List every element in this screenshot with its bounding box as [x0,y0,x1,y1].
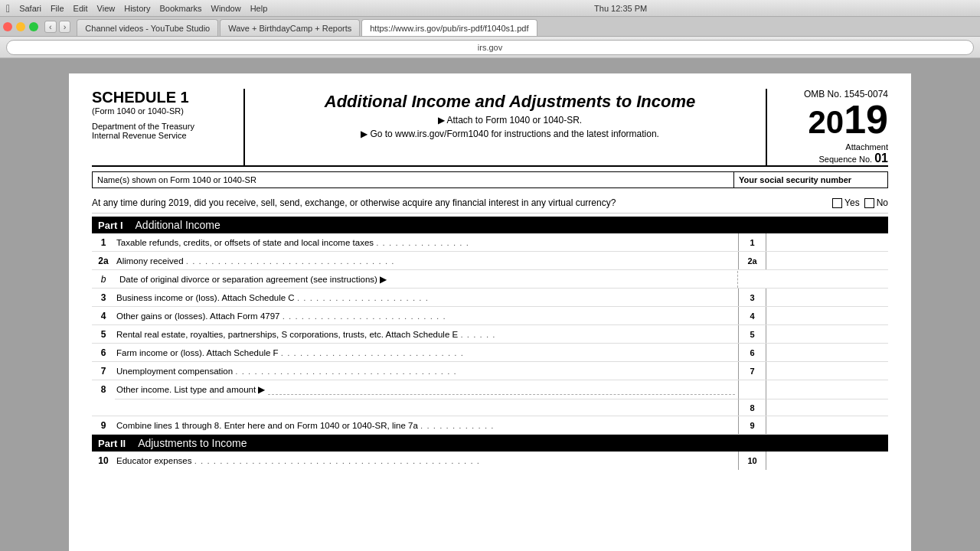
tab-bar: ‹ › Channel videos - YouTube Studio Wave… [0,17,980,37]
department-label: Department of the Treasury [92,122,234,131]
part1-header: Part I Additional Income [92,217,888,233]
table-row: 1 Taxable refunds, credits, or offsets o… [92,233,888,252]
line-reference: 9 [738,416,766,434]
line-reference: 10 [738,452,766,470]
menu-safari[interactable]: Safari [19,4,41,13]
forward-button[interactable]: › [59,21,71,33]
amount-box-empty [766,380,888,399]
amount-box [766,362,888,380]
row-description: Taxable refunds, credits, or offsets of … [115,233,738,251]
ssn-field: Your social security number [734,172,887,187]
schedule-title: SCHEDULE 1 [92,89,234,106]
tab-irs[interactable]: https://www.irs.gov/pub/irs-pdf/f1040s1.… [361,19,537,36]
header-center: Additional Income and Adjustments to Inc… [254,89,766,165]
amount-box [766,289,888,306]
close-button[interactable] [3,22,12,31]
row-description: Other gains or (losses). Attach Form 479… [115,307,738,324]
menu-left:  Safari File Edit View History Bookmark… [6,2,267,15]
no-label: No [877,197,888,208]
table-row: 7 Unemployment compensation . . . . . . … [92,362,888,380]
amount-box [766,325,888,343]
attach-line2: ▶ Go to www.irs.gov/Form1040 for instruc… [254,129,766,139]
vc-question-text: At any time during 2019, did you receive… [92,197,832,208]
menu-view[interactable]: View [97,4,116,13]
line-reference-empty [738,380,766,399]
attach-line1: ▶ Attach to Form 1040 or 1040-SR. [254,115,766,126]
name-ssn-row: Name(s) shown on Form 1040 or 1040-SR Yo… [92,171,888,188]
back-button[interactable]: ‹ [44,21,57,33]
table-row: b Date of original divorce or separation… [92,270,888,289]
amount-box [766,344,888,361]
apple-menu[interactable]:  [6,2,10,15]
amount-box [766,307,888,324]
form-header: SCHEDULE 1 (Form 1040 or 1040-SR) Depart… [92,89,888,167]
yes-label: Yes [844,197,860,208]
row-description: Rental real estate, royalties, partnersh… [115,325,738,343]
table-row: 8 Other income. List type and amount ▶ 8 [92,380,888,416]
table-row: 9 Combine lines 1 through 8. Enter here … [92,416,888,435]
yes-checkbox-item: Yes [832,197,860,208]
table-row: 4 Other gains or (losses). Attach Form 4… [92,307,888,325]
amount-box [766,399,888,416]
no-checkbox-item: No [864,197,888,208]
main-title: Additional Income and Adjustments to Inc… [254,92,766,112]
row-number: 4 [92,307,115,324]
line-reference: 1 [738,233,766,251]
line-reference: 2a [738,252,766,269]
minimize-button[interactable] [16,22,25,31]
row-description: Date of original divorce or separation a… [115,271,738,288]
virtual-currency-question: At any time during 2019, did you receive… [92,193,888,214]
name-field: Name(s) shown on Form 1040 or 1040-SR [93,172,734,187]
line-reference: 4 [738,307,766,324]
amount-box [766,252,888,269]
menu-bookmarks[interactable]: Bookmarks [159,4,201,13]
clock: Thu 12:35 PM [267,4,974,13]
line-reference: 8 [738,399,766,416]
tab-youtube[interactable]: Channel videos - YouTube Studio [77,19,218,36]
form-page: SCHEDULE 1 (Form 1040 or 1040-SR) Depart… [69,73,911,551]
irs-label: Internal Revenue Service [92,131,234,140]
year-display: 2019 [776,99,888,139]
table-row: 5 Rental real estate, royalties, partner… [92,325,888,344]
line-reference: 7 [738,362,766,380]
row-number: 2a [92,252,115,269]
macos-menu-bar:  Safari File Edit View History Bookmark… [0,0,980,17]
row-8-amount-label [115,399,738,416]
menu-file[interactable]: File [51,4,64,13]
row-number: 9 [92,416,115,434]
amount-box [766,416,888,434]
traffic-lights [3,22,38,31]
amount-box [766,452,888,470]
part2-label: Part II [98,438,126,449]
form-rows: 1 Taxable refunds, credits, or offsets o… [92,233,888,435]
header-right: OMB No. 1545-0074 2019 Attachment Sequen… [766,89,888,165]
row-number: 1 [92,233,115,251]
row-number: 6 [92,344,115,361]
line-reference: 5 [738,325,766,343]
row-description: Farm income or (loss). Attach Schedule F… [115,344,738,361]
table-row: 3 Business income or (loss). Attach Sche… [92,289,888,307]
menu-help[interactable]: Help [250,4,268,13]
yes-checkbox[interactable] [832,198,842,208]
nav-buttons: ‹ › [44,21,70,33]
tab-wave[interactable]: Wave + BirthdayCamp + Reports [220,19,360,36]
row-number: 3 [92,289,115,306]
maximize-button[interactable] [29,22,38,31]
menu-window[interactable]: Window [211,4,241,13]
attachment-info: Attachment Sequence No. 01 [776,142,888,165]
row-description: Combine lines 1 through 8. Enter here an… [115,416,738,434]
row-description: Other income. List type and amount ▶ [115,380,738,399]
menu-edit[interactable]: Edit [74,4,88,13]
table-row: 2a Alimony received . . . . . . . . . . … [92,252,888,270]
menu-history[interactable]: History [124,4,150,13]
row-number: 5 [92,325,115,343]
part2-header: Part II Adjustments to Income [92,435,888,452]
row-spacer [92,399,115,416]
row-number: b [92,271,115,288]
vc-checkboxes: Yes No [832,197,888,208]
address-bar [0,37,980,58]
address-input[interactable] [6,40,974,55]
no-checkbox[interactable] [864,198,874,208]
row-number: 10 [92,452,115,470]
table-row: 10 Educator expenses . . . . . . . . . .… [92,452,888,470]
